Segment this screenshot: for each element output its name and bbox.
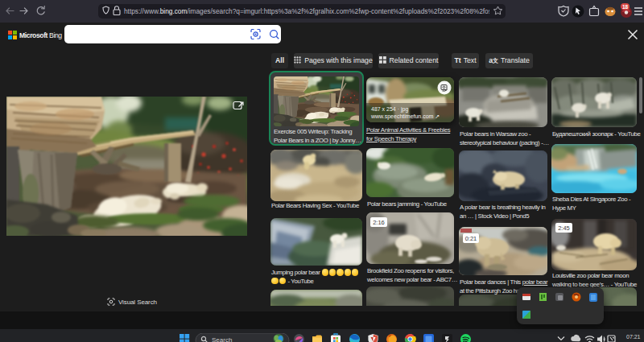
svg-text:2:16: 2:16 — [373, 219, 385, 226]
svg-text:18: 18 — [622, 4, 629, 10]
svg-text:Search: Search — [212, 336, 232, 342]
svg-text:07:21: 07:21 — [626, 334, 641, 340]
svg-text:2:45: 2:45 — [558, 225, 570, 232]
svg-text:487 x 254 · jpg: 487 x 254 · jpg — [371, 106, 408, 113]
svg-text:www.speechtimefun.com ↗: www.speechtimefun.com ↗ — [370, 113, 440, 120]
svg-text:0:21: 0:21 — [465, 235, 477, 242]
